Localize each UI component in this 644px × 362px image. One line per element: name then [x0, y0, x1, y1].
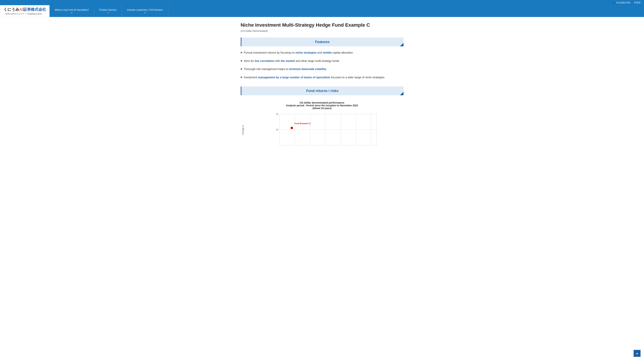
feature-text-3: Thorough risk management helps to minimi…: [244, 67, 326, 71]
logo-subtitle: －世界の名門オルタナティブ投資商品を提供－: [4, 13, 46, 15]
chart-svg: 15 10 Fund (Example C): [246, 112, 404, 147]
chevron-down-icon-investor: ▼: [144, 12, 146, 14]
list-item: Pursue investment returns by focusing on…: [241, 50, 404, 55]
bullet-icon: [241, 68, 242, 70]
nav-item-investor[interactable]: Investor customers / IFA Partners ▼: [122, 5, 168, 17]
logo-area: くにうみAI証券株式会社 －世界の名門オルタナティブ投資商品を提供－: [0, 5, 50, 17]
feature-text-1: Pursue investment returns by focusing on…: [244, 50, 353, 55]
page-subtitle: (US Dollar Denominated): [241, 29, 404, 32]
chart-area: Average re: [241, 112, 404, 148]
phone-icon: 📞: [612, 1, 615, 4]
svg-point-11: [290, 127, 293, 129]
language-switcher[interactable]: 日本語: [634, 1, 640, 4]
main-content: Niche Investment Multi-Strategy Hedge Fu…: [237, 17, 407, 155]
header: くにうみAI証券株式会社 －世界の名門オルタナティブ投資商品を提供－ What …: [0, 5, 644, 17]
chart-inner: 15 10 Fund (Example C): [246, 112, 404, 148]
fund-returns-heading: Fund returns / risks: [306, 89, 338, 93]
nav-item-what[interactable]: What is Kuni Umi AI Securities? ▼: [50, 5, 94, 17]
phone-number: 03-5288-6766: [616, 1, 630, 4]
features-list: Pursue investment returns by focusing on…: [241, 50, 404, 80]
fund-returns-section-header: Fund returns / risks: [241, 86, 404, 95]
feature-text-4: Investment management by a large number …: [244, 75, 384, 80]
chart-title-area: US dollar denominated performance Analys…: [241, 101, 404, 110]
logo-part2: 証券株式会社: [23, 7, 46, 11]
bullet-icon: [241, 60, 242, 62]
logo-title: くにうみAI証券株式会社: [4, 7, 46, 12]
logo-part1: くにうみ: [4, 7, 20, 11]
nav-label-investor: Investor customers / IFA Partners: [127, 8, 163, 11]
list-item: Investment management by a large number …: [241, 75, 404, 80]
feature-text-2: Aims for low correlation with the market…: [244, 59, 339, 63]
logo-ai: AI: [20, 7, 23, 11]
bullet-icon: [241, 77, 242, 78]
phone-section: 📞 03-5288-6766: [612, 1, 630, 4]
chevron-down-icon-what: ▼: [71, 12, 72, 14]
svg-text:15: 15: [276, 113, 278, 115]
nav-label-what: What is Kuni Umi AI Securities?: [55, 8, 89, 11]
features-section-header: Features: [241, 37, 404, 46]
nav-label-product: Product Service: [100, 8, 116, 11]
chart-container: US dollar denominated performance Analys…: [241, 99, 404, 149]
page-title: Niche Investment Multi-Strategy Hedge Fu…: [241, 22, 404, 28]
chart-y-label: Average re: [241, 112, 246, 148]
features-heading: Features: [315, 40, 330, 44]
chart-title-sub: Analysis period : Period since the incep…: [241, 104, 404, 107]
list-item: Thorough risk management helps to minimi…: [241, 67, 404, 71]
section-corner-icon: [400, 43, 404, 46]
svg-text:Fund  (Example C): Fund (Example C): [294, 122, 311, 125]
svg-text:10: 10: [276, 128, 278, 131]
chart-title-main: US dollar denominated performance: [241, 101, 404, 104]
nav-item-product[interactable]: Product Service ▼: [94, 5, 122, 17]
chart-title-years: (About 16 years): [241, 107, 404, 110]
bullet-icon: [241, 52, 242, 53]
main-nav: What is Kuni Umi AI Securities? ▼ Produc…: [50, 5, 644, 17]
list-item: Aims for low correlation with the market…: [241, 59, 404, 63]
chevron-down-icon-product: ▼: [107, 12, 109, 14]
section-corner-icon-2: [400, 92, 404, 95]
top-bar: 📞 03-5288-6766 日本語: [0, 0, 644, 5]
